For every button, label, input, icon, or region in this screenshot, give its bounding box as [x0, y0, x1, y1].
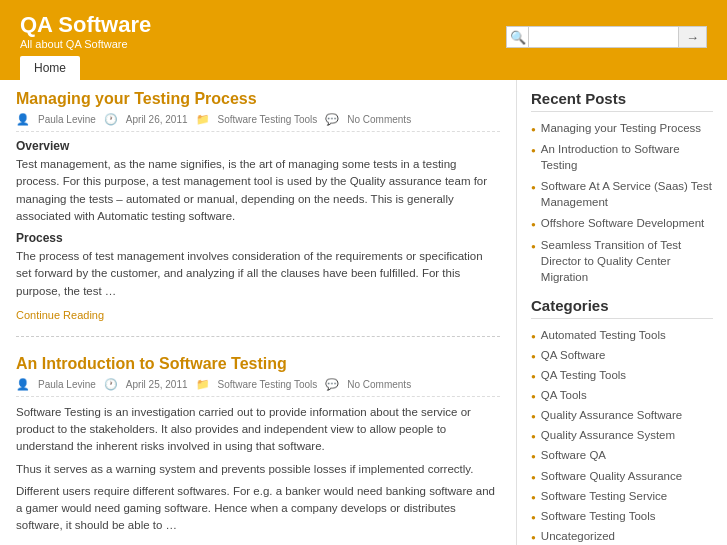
post-1-title[interactable]: Managing your Testing Process: [16, 90, 500, 108]
bullet-5: ●: [531, 241, 536, 252]
post-1: Managing your Testing Process 👤 Paula Le…: [16, 90, 500, 337]
recent-posts-title: Recent Posts: [531, 90, 713, 112]
category-9[interactable]: ● Software Testing Service: [531, 488, 713, 504]
recent-post-4[interactable]: ● Offshore Software Development: [531, 215, 713, 231]
post-2-date-icon: 🕐: [104, 378, 118, 391]
post-1-date: April 26, 2011: [126, 114, 188, 125]
recent-posts-list: ● Managing your Testing Process ● An Int…: [531, 120, 713, 285]
category-7[interactable]: ● Software QA: [531, 447, 713, 463]
category-3[interactable]: ● QA Testing Tools: [531, 367, 713, 383]
post-2-section1-body: Software Testing is an investigation car…: [16, 404, 500, 456]
search-input[interactable]: [528, 26, 678, 48]
post-2-author: Paula Levine: [38, 379, 96, 390]
post-1-continue-reading[interactable]: Continue Reading: [16, 309, 104, 321]
post-1-comments-icon: 💬: [325, 113, 339, 126]
post-1-comments: No Comments: [347, 114, 411, 125]
category-8[interactable]: ● Software Quality Assurance: [531, 468, 713, 484]
recent-post-2[interactable]: ● An Introduction to Software Testing: [531, 141, 713, 173]
category-11[interactable]: ● Uncategorized: [531, 528, 713, 544]
post-1-author-icon: 👤: [16, 113, 30, 126]
post-1-meta: 👤 Paula Levine 🕐 April 26, 2011 📁 Softwa…: [16, 113, 500, 132]
site-subtitle: All about QA Software: [20, 38, 151, 50]
post-1-author: Paula Levine: [38, 114, 96, 125]
post-1-category: Software Testing Tools: [218, 114, 318, 125]
nav-home-link[interactable]: Home: [20, 56, 80, 80]
category-10[interactable]: ● Software Testing Tools: [531, 508, 713, 524]
bullet-4: ●: [531, 219, 536, 230]
post-1-section2-body: The process of test management involves …: [16, 248, 500, 300]
categories-title: Categories: [531, 297, 713, 319]
recent-post-1[interactable]: ● Managing your Testing Process: [531, 120, 713, 136]
category-1[interactable]: ● Automated Testing Tools: [531, 327, 713, 343]
recent-post-3[interactable]: ● Software At A Service (Saas) Test Mana…: [531, 178, 713, 210]
post-2-category-icon: 📁: [196, 378, 210, 391]
category-6[interactable]: ● Quality Assurance System: [531, 427, 713, 443]
site-title: QA Software: [20, 12, 151, 38]
bullet-2: ●: [531, 145, 536, 156]
post-2-comments-icon: 💬: [325, 378, 339, 391]
search-icon: 🔍: [506, 26, 528, 48]
bullet-3: ●: [531, 182, 536, 193]
category-4[interactable]: ● QA Tools: [531, 387, 713, 403]
post-2-title[interactable]: An Introduction to Software Testing: [16, 355, 500, 373]
post-2-author-icon: 👤: [16, 378, 30, 391]
bullet-1: ●: [531, 124, 536, 135]
post-2-date: April 25, 2011: [126, 379, 188, 390]
search-button[interactable]: →: [678, 26, 707, 48]
post-1-section1-body: Test management, as the name signifies, …: [16, 156, 500, 225]
categories-list: ● Automated Testing Tools ● QA Software …: [531, 327, 713, 544]
post-2: An Introduction to Software Testing 👤 Pa…: [16, 355, 500, 545]
post-2-section2-body: Thus it serves as a warning system and p…: [16, 461, 500, 478]
post-1-category-icon: 📁: [196, 113, 210, 126]
post-1-section1-title: Overview: [16, 139, 500, 153]
post-1-date-icon: 🕐: [104, 113, 118, 126]
post-1-section2-title: Process: [16, 231, 500, 245]
post-2-category: Software Testing Tools: [218, 379, 318, 390]
sidebar: Recent Posts ● Managing your Testing Pro…: [517, 80, 727, 545]
post-2-section3-body: Different users require different softwa…: [16, 483, 500, 535]
category-2[interactable]: ● QA Software: [531, 347, 713, 363]
recent-post-5[interactable]: ● Seamless Transition of Test Director t…: [531, 237, 713, 285]
category-5[interactable]: ● Quality Assurance Software: [531, 407, 713, 423]
post-2-comments: No Comments: [347, 379, 411, 390]
post-2-meta: 👤 Paula Levine 🕐 April 25, 2011 📁 Softwa…: [16, 378, 500, 397]
